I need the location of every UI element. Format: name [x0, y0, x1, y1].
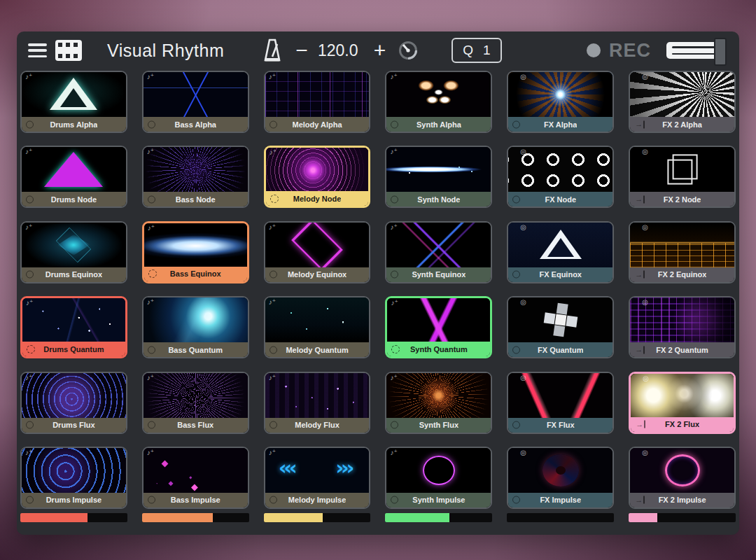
loop-icon: [391, 120, 398, 128]
music-note-icon: [25, 224, 32, 231]
clip-name: Melody Impulse: [288, 496, 346, 504]
clip-label-strip: Bass Alpha: [144, 117, 248, 132]
clip-thumbnail: [265, 448, 370, 493]
loop-icon: [512, 346, 520, 354]
clip-tile-synth-impulse[interactable]: Synth Impulse: [385, 447, 492, 509]
clip-tile-fx-alpha[interactable]: FX Alpha: [507, 71, 614, 133]
clip-tile-fx-node[interactable]: FX Node: [507, 146, 614, 208]
menu-button[interactable]: [28, 43, 47, 57]
clip-tile-fx-2-alpha[interactable]: FX 2 Alpha: [629, 71, 736, 133]
record-arm-indicator[interactable]: [587, 43, 601, 57]
clip-name: FX Flux: [547, 421, 575, 429]
music-note-icon: [390, 224, 397, 231]
clip-thumbnail: [386, 147, 491, 192]
quantize-value: 1: [483, 43, 491, 58]
column-progress-bar: [142, 513, 249, 522]
one-shot-icon: [634, 120, 645, 128]
clip-tile-drums-impulse[interactable]: Drums Impulse: [20, 447, 127, 509]
loop-icon: [391, 421, 398, 429]
loop-playing-icon: [148, 270, 157, 278]
clip-tile-fx-flux[interactable]: FX Flux: [507, 372, 614, 434]
tap-tempo-dial[interactable]: [397, 39, 419, 62]
clip-tile-synth-flux[interactable]: Synth Flux: [385, 372, 492, 434]
clip-tile-melody-equinox[interactable]: Melody Equinox: [264, 221, 371, 284]
clip-thumbnail: [386, 72, 491, 117]
loop-icon: [270, 120, 277, 128]
metronome-icon[interactable]: [263, 38, 281, 62]
clip-tile-bass-equinox[interactable]: Bass Equinox: [142, 221, 249, 284]
tempo-display[interactable]: 120.0: [316, 41, 360, 60]
column-progress-bar: [385, 513, 492, 522]
clip-tile-synth-equinox[interactable]: Synth Equinox: [385, 221, 492, 284]
clip-tile-fx-2-flux[interactable]: FX 2 Flux: [629, 372, 736, 434]
clip-label-strip: Drums Equinox: [22, 267, 126, 282]
loop-icon: [512, 271, 520, 279]
tempo-increase-button[interactable]: +: [371, 40, 389, 61]
clip-name: FX Equinox: [539, 270, 582, 279]
clip-tile-bass-impulse[interactable]: Bass Impulse: [142, 447, 249, 509]
clip-label-strip: Bass Flux: [144, 418, 248, 433]
music-note-icon: [26, 300, 33, 307]
music-note-icon: [269, 299, 276, 306]
clip-label-strip: FX Impulse: [508, 493, 612, 507]
clip-name: Drums Impulse: [46, 496, 102, 504]
tempo-decrease-button[interactable]: −: [293, 40, 311, 61]
loop-icon: [512, 195, 520, 203]
clip-tile-melody-node[interactable]: Melody Node: [264, 146, 371, 208]
clip-column-bass: Bass AlphaBass NodeBass EquinoxBass Quan…: [142, 71, 249, 509]
clip-tile-fx-2-node[interactable]: FX 2 Node: [629, 146, 736, 208]
clip-tile-bass-flux[interactable]: Bass Flux: [142, 372, 249, 434]
clip-tile-fx-2-equinox[interactable]: FX 2 Equinox: [629, 221, 736, 284]
clip-name: Melody Flux: [295, 421, 340, 429]
clip-tile-drums-equinox[interactable]: Drums Equinox: [20, 221, 127, 284]
clip-tile-melody-flux[interactable]: Melody Flux: [264, 372, 371, 434]
quantize-control[interactable]: Q 1: [451, 38, 501, 63]
clip-thumbnail: [387, 298, 490, 342]
clip-tile-fx-equinox[interactable]: FX Equinox: [507, 221, 614, 284]
clip-tile-fx-2-quantum[interactable]: FX 2 Quantum: [629, 296, 736, 358]
clip-name: Synth Alpha: [416, 120, 461, 129]
clip-tile-synth-node[interactable]: Synth Node: [385, 146, 492, 208]
clip-thumbnail: [265, 223, 370, 267]
clip-tile-bass-node[interactable]: Bass Node: [142, 146, 249, 208]
clip-tile-melody-quantum[interactable]: Melody Quantum: [264, 296, 371, 358]
clip-tile-drums-node[interactable]: Drums Node: [20, 146, 127, 208]
clip-name: Melody Node: [293, 195, 341, 203]
clip-name: FX 2 Node: [664, 195, 701, 204]
clip-tile-drums-alpha[interactable]: Drums Alpha: [20, 71, 127, 133]
clip-tile-bass-quantum[interactable]: Bass Quantum: [142, 296, 249, 358]
dial-icon: [642, 299, 648, 306]
clip-tile-fx-impulse[interactable]: FX Impulse: [507, 447, 614, 509]
clip-name: Drums Equinox: [46, 270, 102, 279]
clip-thumbnail: [630, 448, 734, 493]
clip-label-strip: Bass Equinox: [144, 267, 247, 281]
clip-tile-drums-flux[interactable]: Drums Flux: [20, 372, 127, 434]
rec-label[interactable]: REC: [609, 40, 651, 62]
music-note-icon: [147, 74, 154, 80]
clip-column-fx: FX AlphaFX NodeFX EquinoxFX QuantumFX Fl…: [507, 71, 614, 509]
music-note-icon: [391, 300, 398, 307]
clip-thumbnail: [508, 373, 612, 418]
clip-thumbnail: [508, 223, 612, 267]
clip-label-strip: FX Quantum: [508, 342, 612, 357]
clip-thumbnail: [22, 298, 125, 342]
dial-icon: [520, 148, 526, 155]
clip-tile-synth-quantum[interactable]: Synth Quantum: [385, 296, 492, 358]
film-strip-button[interactable]: [55, 40, 82, 61]
clip-tile-melody-alpha[interactable]: Melody Alpha: [264, 71, 371, 133]
clip-tile-drums-quantum[interactable]: Drums Quantum: [20, 296, 127, 358]
clip-tile-bass-alpha[interactable]: Bass Alpha: [142, 71, 249, 133]
clip-name: Drums Flux: [52, 421, 95, 429]
clip-name: Synth Impulse: [412, 496, 465, 504]
clip-label-strip: Melody Alpha: [265, 117, 370, 132]
clip-tile-fx-2-impulse[interactable]: FX 2 Impulse: [629, 447, 736, 509]
master-fader[interactable]: [666, 39, 728, 62]
dial-icon: [642, 224, 648, 231]
clip-tile-fx-quantum[interactable]: FX Quantum: [507, 296, 614, 358]
clip-tile-synth-alpha[interactable]: Synth Alpha: [385, 71, 492, 133]
fader-handle[interactable]: [714, 38, 727, 66]
loop-playing-icon: [391, 345, 400, 354]
clip-thumbnail: [144, 147, 248, 192]
clip-name: Bass Alpha: [174, 120, 216, 129]
clip-tile-melody-impulse[interactable]: Melody Impulse: [264, 447, 371, 509]
